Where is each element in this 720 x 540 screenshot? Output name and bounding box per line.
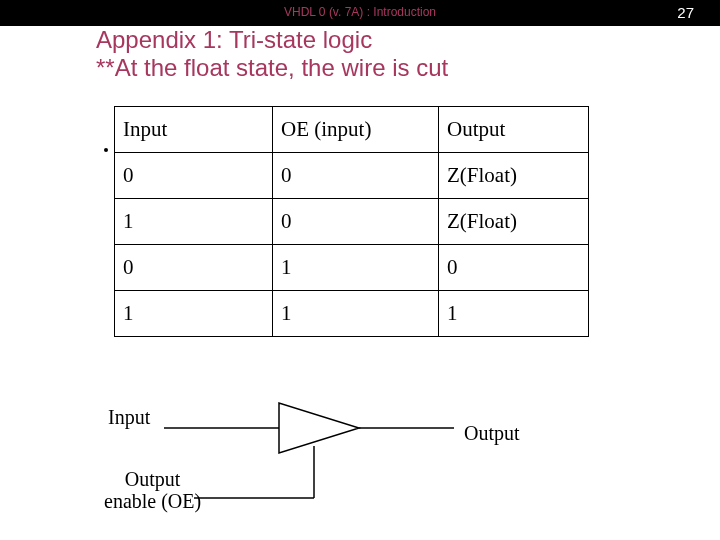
cell: Z(Float): [439, 199, 589, 245]
cell: 0: [273, 153, 439, 199]
svg-marker-1: [279, 403, 359, 453]
cell: 1: [115, 199, 273, 245]
bullet-dot: [104, 148, 108, 152]
table-row: 0 1 0: [115, 245, 589, 291]
cell: 1: [273, 291, 439, 337]
cell: 0: [115, 245, 273, 291]
oe-line1: Output: [125, 468, 181, 490]
cell: 1: [115, 291, 273, 337]
header-title: VHDL 0 (v. 7A) : Introduction: [284, 5, 436, 19]
table-row: 1 1 1: [115, 291, 589, 337]
th-oe: OE (input): [273, 107, 439, 153]
slide-title: Appendix 1: Tri-state logic **At the flo…: [96, 26, 448, 81]
diagram-input-label: Input: [108, 406, 150, 429]
slide-title-line2: **At the float state, the wire is cut: [96, 54, 448, 81]
page-number: 27: [677, 4, 694, 21]
truth-table: Input OE (input) Output 0 0 Z(Float) 1 0…: [114, 106, 589, 337]
slide-title-line1: Appendix 1: Tri-state logic: [96, 26, 372, 53]
cell: Z(Float): [439, 153, 589, 199]
th-input: Input: [115, 107, 273, 153]
th-output: Output: [439, 107, 589, 153]
tristate-diagram: Input Output Output enable (OE): [94, 398, 614, 528]
table-row: 0 0 Z(Float): [115, 153, 589, 199]
diagram-oe-label: Output enable (OE): [104, 468, 201, 512]
cell: 0: [273, 199, 439, 245]
table-header-row: Input OE (input) Output: [115, 107, 589, 153]
diagram-output-label: Output: [464, 422, 520, 445]
oe-line2: enable (OE): [104, 490, 201, 512]
cell: 0: [115, 153, 273, 199]
cell: 1: [273, 245, 439, 291]
table-row: 1 0 Z(Float): [115, 199, 589, 245]
cell: 1: [439, 291, 589, 337]
cell: 0: [439, 245, 589, 291]
